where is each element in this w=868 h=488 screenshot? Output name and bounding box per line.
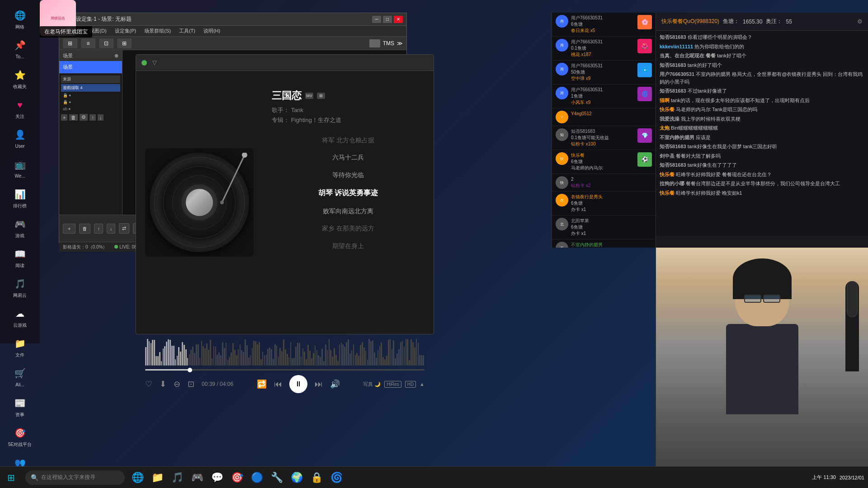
sidebar-item-file[interactable]: 📁 文件 <box>2 333 38 361</box>
obs-source-item-3[interactable]: 🔒● <box>61 99 120 105</box>
gift-avatar-1: 用 <box>556 39 568 52</box>
music-window-controls <box>142 60 147 66</box>
sidebar-item-game[interactable]: 🎮 游戏 <box>2 213 38 241</box>
sidebar-item-network[interactable]: 🌐 网络 <box>2 5 38 33</box>
obs-toolbar-icon3[interactable]: ⊡ <box>99 38 113 48</box>
repeat-button[interactable]: 🔁 <box>257 379 267 389</box>
progress-bar[interactable] <box>145 369 425 371</box>
obs-toolbar-icon2[interactable]: ≡ <box>81 38 95 48</box>
sidebar-item-netease[interactable]: 🎵 网易云 <box>2 273 38 301</box>
start-button[interactable]: ⊞ <box>0 467 22 488</box>
obs-transition-down-button[interactable]: ↓ <box>107 224 116 234</box>
obs-source-item-2[interactable]: 🔒● <box>61 92 120 99</box>
sidebar-item-5e[interactable]: 🎯 5E对战平台 <box>2 422 38 450</box>
artist-meta: 歌手： Tank <box>272 106 425 114</box>
obs-transition-button[interactable]: ⇄ <box>119 223 129 234</box>
gift-row-9: 北 北田苹果 6鱼塘 办卡 x1 <box>552 216 656 239</box>
webcam-glasses <box>742 295 783 304</box>
taskbar-app-music[interactable]: 🎵 <box>168 469 186 487</box>
lyric-line-5: 家乡 在那美的远方 <box>272 223 425 233</box>
play-pause-button[interactable]: ⏸ <box>289 375 307 393</box>
taskbar-right: 上午 11:30 2023/12/01 <box>812 474 868 481</box>
gift-text-6: 快乐餐 6鱼塘 马老师的内马尔 <box>571 152 635 171</box>
music-body: 三国恋 MV ⊞ 歌手： Tank 专辑： Fighting！生存之道 将军 北… <box>136 71 434 334</box>
obs-close-button[interactable]: ✕ <box>394 16 403 23</box>
sidebar-item-news[interactable]: 📰 资事 <box>2 392 38 420</box>
like-button[interactable]: ♡ <box>145 379 152 389</box>
gift-row-1: 用 用户766630531 0.1鱼塘 桃花 x187 🌺 <box>552 37 656 61</box>
source-down-button[interactable]: ↓ <box>98 114 104 121</box>
sidebar-item-video[interactable]: 📺 We... <box>2 154 38 182</box>
obs-toolbar-icon1[interactable]: ⊞ <box>63 38 77 48</box>
obs-transition-up-button[interactable]: ↑ <box>94 224 103 234</box>
taskbar-app-steam[interactable]: 🎯 <box>228 469 246 487</box>
chat-msg-7: 快乐餐 马老师的内马尔 Tank是唱三国恋的吗 <box>660 106 864 113</box>
next-button[interactable]: ⏭ <box>315 380 323 389</box>
taskbar-app-earth[interactable]: 🌍 <box>288 469 306 487</box>
taskbar-app-edge[interactable]: 🌀 <box>327 469 345 487</box>
chat-settings-button[interactable]: ⚙ <box>857 18 863 25</box>
chat-msg-14: 快乐餐 旺峰学长好帅我好爱 餐餐现在还在台北住？ <box>660 171 864 178</box>
obs-maximize-button[interactable]: □ <box>383 16 392 23</box>
gift-icon-5: 💎 <box>637 128 652 143</box>
sidebar-item-read[interactable]: 📖 闻读 <box>2 243 38 271</box>
obs-minimize-button[interactable]: ─ <box>372 16 381 23</box>
gift-text-5: 知否581683 0.1鱼塘可能无收益 钻粉卡 x100 <box>571 128 635 147</box>
chat-msg-10: 不室内静的腮男 应该是 <box>660 134 864 141</box>
taskbar-app-tool[interactable]: 🔧 <box>268 469 286 487</box>
photo-toggle[interactable]: 写真 🌙 <box>363 381 381 388</box>
remove-source-button[interactable]: 🗑 <box>69 114 78 121</box>
obs-scenes-panel: 场景 ⊕ 场景 来源 遊戲擷取 4 🔒● 🔒 <box>59 50 123 215</box>
obs-toolbar-icon4[interactable]: ⊞ <box>117 38 132 48</box>
taskbar-search-bar[interactable]: 🔍 在这裡输入文字来搜寻 <box>25 470 125 485</box>
download-button[interactable]: ⬇ <box>160 379 166 389</box>
sidebar-item-favorites[interactable]: ⭐ 收藏夹 <box>2 64 38 92</box>
share-badge[interactable]: ⊞ <box>317 93 325 99</box>
volume-button[interactable]: 🔊 <box>330 379 340 389</box>
obs-menubar: 档案(D) 视图(D) 设定集(P) 场景群组(S) 工具(T) 说明(H) <box>59 26 406 37</box>
music-info-section: 三国恋 MV ⊞ 歌手： Tank 专辑： Fighting！生存之道 将军 北… <box>263 71 434 334</box>
chat-msg-9: 太炮 Bin螺螺螺螺螺螺螺螺 <box>660 124 864 132</box>
taskbar-app-chrome[interactable]: 🌐 <box>128 469 146 487</box>
sidebar-item-follow[interactable]: ♥ 关注 <box>2 94 38 122</box>
album-art <box>145 148 254 257</box>
source-up-button[interactable]: ↑ <box>90 114 96 121</box>
taskbar-app-game[interactable]: 🎮 <box>188 469 206 487</box>
sidebar-item-user[interactable]: 👤 User <box>2 124 38 152</box>
menu-tools[interactable]: 工具(T) <box>175 27 199 35</box>
taskbar-app-lock[interactable]: 🔒 <box>307 469 326 487</box>
sidebar-item-cloud-game[interactable]: ☁ 云游戏 <box>2 303 38 331</box>
taskbar-app-msg[interactable]: 💬 <box>208 469 226 487</box>
mv-badge[interactable]: MV <box>305 93 313 99</box>
obs-scene-add-button[interactable]: + <box>63 224 75 234</box>
obs-scene-item[interactable]: 场景 <box>59 61 122 74</box>
add-source-button[interactable]: + <box>61 114 67 121</box>
music-title: ▽ <box>152 59 157 66</box>
music-minimize-button[interactable] <box>142 60 147 66</box>
webcam-hair <box>733 258 792 299</box>
share-button[interactable]: ⊡ <box>188 379 194 389</box>
menu-help[interactable]: 说明(H) <box>200 27 224 35</box>
waveform-display <box>145 338 425 366</box>
source-settings-button[interactable]: ⚙ <box>80 114 88 121</box>
obs-source-item-active[interactable]: 遊戲擷取 4 <box>61 84 120 92</box>
webcam-body <box>726 324 798 414</box>
lyric-line-6: 期望在身上 <box>272 241 425 251</box>
sidebar-item-ali[interactable]: 🛒 Ali... <box>2 362 38 390</box>
menu-scene-collection[interactable]: 场景群组(S) <box>141 27 175 35</box>
taskbar-app-browser2[interactable]: 🔵 <box>248 469 266 487</box>
obs-source-item-4[interactable]: ab● <box>61 106 120 112</box>
sidebar-item-pin[interactable]: 📌 To... <box>2 34 38 62</box>
gift-avatar-0: 用 <box>556 15 568 28</box>
chat-fish-value: 1655.30 <box>743 19 762 25</box>
chat-msg-11: 知否581683 tank好像生在我是小甜梦 tank三国志好听 <box>660 143 864 150</box>
sidebar-item-ranking[interactable]: 📊 排行榜 <box>2 183 38 211</box>
expand-button[interactable]: ▲ <box>420 381 425 387</box>
taskbar-app-folder[interactable]: 📁 <box>148 469 166 487</box>
prev-button[interactable]: ⏮ <box>274 380 282 389</box>
menu-profile[interactable]: 设定集(P) <box>111 27 140 35</box>
obs-scene-delete-button[interactable]: 🗑 <box>79 224 90 234</box>
obs-sources-header: 来源 <box>61 75 120 83</box>
dislike-button[interactable]: ⊖ <box>174 379 180 389</box>
time-display: 00:39 / 04:06 <box>202 381 233 387</box>
